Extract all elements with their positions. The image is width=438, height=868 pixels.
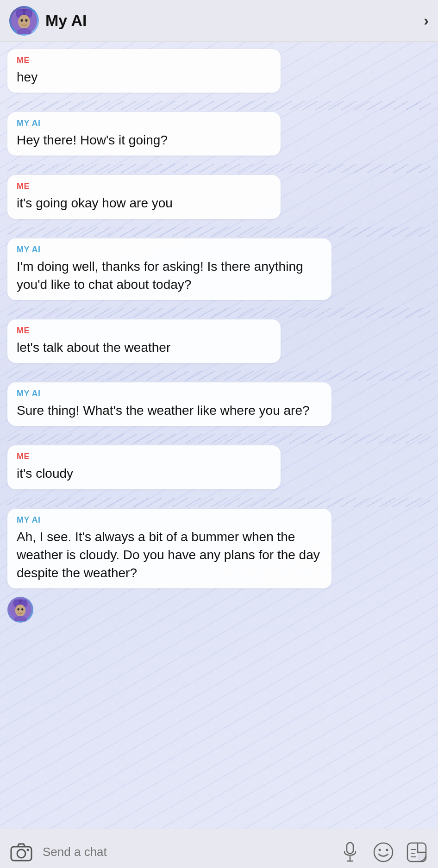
- bubble-ai-3: MY AI Sure thing! What's the weather lik…: [7, 382, 332, 426]
- message-2: MY AI Hey there! How's it going?: [7, 112, 431, 156]
- sender-label-6: MY AI: [17, 389, 322, 399]
- bubble-ai-4: MY AI Ah, I see. It's always a bit of a …: [7, 509, 332, 589]
- message-7: ME it's cloudy: [7, 445, 431, 489]
- avatar: [9, 6, 39, 36]
- bubble-me-3: ME let's talk about the weather: [7, 319, 281, 363]
- bubble-me-1: ME hey: [7, 49, 281, 93]
- separator-6: [7, 434, 431, 443]
- svg-point-12: [15, 605, 25, 617]
- chat-area: ME hey MY AI Hey there! How's it going? …: [0, 42, 438, 829]
- svg-point-13: [18, 608, 19, 611]
- bubble-me-4: ME it's cloudy: [7, 445, 281, 489]
- bubble-ai-2: MY AI I'm doing well, thanks for asking!…: [7, 238, 332, 300]
- bubble-text-6: Sure thing! What's the weather like wher…: [17, 401, 322, 419]
- sender-label-5: ME: [17, 326, 271, 336]
- svg-point-4: [18, 15, 30, 29]
- sender-label-7: ME: [17, 452, 271, 462]
- message-3: ME it's going okay how are you: [7, 175, 431, 219]
- svg-rect-19: [347, 843, 353, 854]
- separator-7: [7, 498, 431, 507]
- separator-1: [7, 101, 431, 110]
- message-5: ME let's talk about the weather: [7, 319, 431, 363]
- message-1: ME hey: [7, 49, 431, 93]
- sender-label-3: ME: [17, 181, 271, 191]
- bubble-ai-1: MY AI Hey there! How's it going?: [7, 112, 281, 156]
- bubble-text-4: I'm doing well, thanks for asking! Is th…: [17, 257, 322, 293]
- bubble-text-3: it's going okay how are you: [17, 194, 271, 212]
- svg-point-18: [27, 849, 29, 851]
- input-bar: [0, 829, 438, 868]
- sender-label-1: ME: [17, 56, 271, 65]
- bubble-text-5: let's talk about the weather: [17, 338, 271, 356]
- svg-point-23: [379, 849, 381, 851]
- bubble-text-2: Hey there! How's it going?: [17, 131, 271, 149]
- bottom-avatar: [7, 597, 33, 623]
- header-left: My AI: [9, 6, 87, 36]
- microphone-button[interactable]: [338, 840, 362, 864]
- bubble-text-1: hey: [17, 68, 271, 86]
- bubble-me-2: ME it's going okay how are you: [7, 175, 281, 219]
- header: My AI ›: [0, 0, 438, 42]
- sender-label-4: MY AI: [17, 245, 322, 255]
- svg-point-22: [374, 843, 393, 862]
- svg-point-24: [386, 849, 388, 851]
- bubble-text-7: it's cloudy: [17, 464, 271, 482]
- separator-5: [7, 371, 431, 381]
- separator-3: [7, 227, 431, 237]
- svg-point-6: [25, 19, 28, 22]
- camera-button[interactable]: [9, 840, 33, 864]
- svg-point-5: [21, 19, 23, 22]
- navigate-forward-icon[interactable]: ›: [424, 12, 429, 29]
- separator-2: [7, 164, 431, 173]
- sticker-button[interactable]: [405, 840, 429, 864]
- chat-input[interactable]: [43, 845, 329, 859]
- message-4: MY AI I'm doing well, thanks for asking!…: [7, 238, 431, 300]
- emoji-button[interactable]: [371, 840, 395, 864]
- header-title: My AI: [45, 12, 87, 30]
- message-8: MY AI Ah, I see. It's always a bit of a …: [7, 509, 431, 589]
- separator-4: [7, 308, 431, 318]
- message-6: MY AI Sure thing! What's the weather lik…: [7, 382, 431, 426]
- bubble-text-8: Ah, I see. It's always a bit of a bummer…: [17, 528, 322, 582]
- sender-label-2: MY AI: [17, 119, 271, 128]
- svg-point-14: [21, 608, 23, 611]
- sender-label-8: MY AI: [17, 515, 322, 525]
- svg-point-17: [17, 849, 25, 858]
